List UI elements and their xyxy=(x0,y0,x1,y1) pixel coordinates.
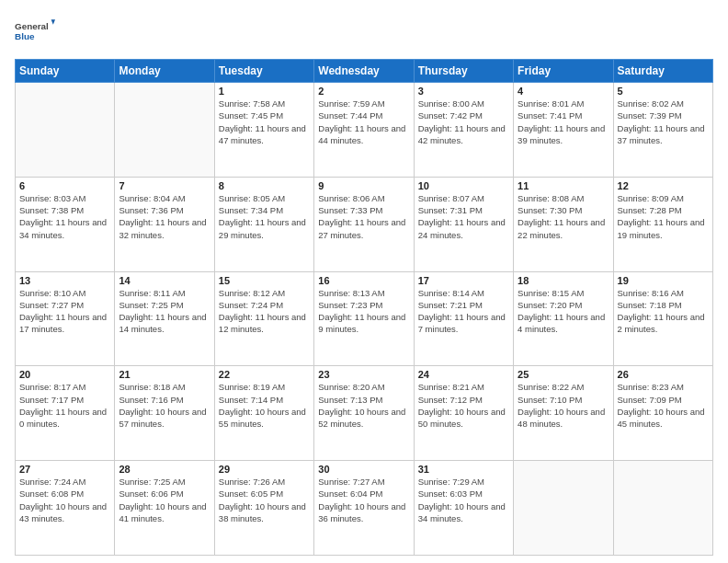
day-info: Sunrise: 8:03 AMSunset: 7:38 PMDaylight:… xyxy=(19,192,110,241)
header: General Blue xyxy=(15,11,713,52)
day-info: Sunrise: 8:22 AMSunset: 7:10 PMDaylight:… xyxy=(518,381,609,430)
day-info: Sunrise: 8:10 AMSunset: 7:27 PMDaylight:… xyxy=(19,287,110,336)
day-info: Sunrise: 8:20 AMSunset: 7:13 PMDaylight:… xyxy=(318,381,409,430)
day-info: Sunrise: 8:04 AMSunset: 7:36 PMDaylight:… xyxy=(119,192,210,241)
day-number: 10 xyxy=(418,180,509,191)
day-header-thursday: Thursday xyxy=(414,60,513,83)
day-number: 1 xyxy=(219,86,310,97)
calendar-cell: 7Sunrise: 8:04 AMSunset: 7:36 PMDaylight… xyxy=(115,177,214,271)
day-number: 12 xyxy=(618,180,709,191)
day-number: 2 xyxy=(318,86,409,97)
day-info: Sunrise: 7:27 AMSunset: 6:04 PMDaylight:… xyxy=(318,476,409,524)
day-number: 18 xyxy=(518,275,609,286)
calendar-cell xyxy=(115,83,214,178)
calendar-cell: 20Sunrise: 8:17 AMSunset: 7:17 PMDayligh… xyxy=(16,366,115,461)
day-info: Sunrise: 8:15 AMSunset: 7:20 PMDaylight:… xyxy=(518,287,609,336)
day-info: Sunrise: 8:11 AMSunset: 7:25 PMDaylight:… xyxy=(119,287,210,336)
calendar-cell: 25Sunrise: 8:22 AMSunset: 7:10 PMDayligh… xyxy=(514,366,613,461)
week-row-1: 6Sunrise: 8:03 AMSunset: 7:38 PMDaylight… xyxy=(16,177,713,271)
day-info: Sunrise: 7:58 AMSunset: 7:45 PMDaylight:… xyxy=(219,98,310,146)
week-row-0: 1Sunrise: 7:58 AMSunset: 7:45 PMDaylight… xyxy=(16,83,713,178)
day-info: Sunrise: 8:17 AMSunset: 7:17 PMDaylight:… xyxy=(19,381,110,430)
day-number: 14 xyxy=(119,275,210,286)
calendar-cell: 5Sunrise: 8:02 AMSunset: 7:39 PMDaylight… xyxy=(613,83,712,178)
calendar-cell: 3Sunrise: 8:00 AMSunset: 7:42 PMDaylight… xyxy=(414,83,513,178)
day-number: 31 xyxy=(418,464,509,475)
svg-marker-2 xyxy=(51,19,55,25)
day-number: 23 xyxy=(318,369,409,380)
day-info: Sunrise: 8:08 AMSunset: 7:30 PMDaylight:… xyxy=(518,192,609,241)
day-info: Sunrise: 7:29 AMSunset: 6:03 PMDaylight:… xyxy=(418,476,509,524)
calendar-cell xyxy=(16,83,115,178)
day-number: 3 xyxy=(418,86,509,97)
day-number: 7 xyxy=(119,180,210,191)
day-number: 25 xyxy=(518,369,609,380)
day-info: Sunrise: 7:26 AMSunset: 6:05 PMDaylight:… xyxy=(219,476,310,524)
day-number: 16 xyxy=(318,275,409,286)
calendar-cell: 23Sunrise: 8:20 AMSunset: 7:13 PMDayligh… xyxy=(314,366,414,461)
day-number: 8 xyxy=(219,180,310,191)
day-info: Sunrise: 8:02 AMSunset: 7:39 PMDaylight:… xyxy=(618,98,709,146)
day-info: Sunrise: 8:19 AMSunset: 7:14 PMDaylight:… xyxy=(219,381,310,430)
day-info: Sunrise: 8:18 AMSunset: 7:16 PMDaylight:… xyxy=(119,381,210,430)
calendar-cell: 31Sunrise: 7:29 AMSunset: 6:03 PMDayligh… xyxy=(414,461,513,556)
day-info: Sunrise: 8:06 AMSunset: 7:33 PMDaylight:… xyxy=(318,192,409,241)
day-number: 13 xyxy=(19,275,110,286)
day-number: 28 xyxy=(119,464,210,475)
logo-svg: General Blue xyxy=(15,11,55,52)
day-header-wednesday: Wednesday xyxy=(314,60,414,83)
week-row-2: 13Sunrise: 8:10 AMSunset: 7:27 PMDayligh… xyxy=(16,271,713,366)
day-info: Sunrise: 8:23 AMSunset: 7:09 PMDaylight:… xyxy=(618,381,709,430)
day-number: 21 xyxy=(119,369,210,380)
calendar-cell: 12Sunrise: 8:09 AMSunset: 7:28 PMDayligh… xyxy=(613,177,712,271)
calendar-cell xyxy=(613,461,712,556)
calendar-cell: 15Sunrise: 8:12 AMSunset: 7:24 PMDayligh… xyxy=(214,271,313,366)
calendar-cell: 10Sunrise: 8:07 AMSunset: 7:31 PMDayligh… xyxy=(414,177,513,271)
calendar-cell: 4Sunrise: 8:01 AMSunset: 7:41 PMDaylight… xyxy=(514,83,613,178)
calendar-cell: 29Sunrise: 7:26 AMSunset: 6:05 PMDayligh… xyxy=(214,461,313,556)
svg-text:Blue: Blue xyxy=(15,31,35,41)
calendar-cell: 24Sunrise: 8:21 AMSunset: 7:12 PMDayligh… xyxy=(414,366,513,461)
calendar-cell: 16Sunrise: 8:13 AMSunset: 7:23 PMDayligh… xyxy=(314,271,414,366)
calendar-cell: 6Sunrise: 8:03 AMSunset: 7:38 PMDaylight… xyxy=(16,177,115,271)
calendar-cell: 11Sunrise: 8:08 AMSunset: 7:30 PMDayligh… xyxy=(514,177,613,271)
day-info: Sunrise: 7:59 AMSunset: 7:44 PMDaylight:… xyxy=(318,98,409,146)
calendar-cell: 2Sunrise: 7:59 AMSunset: 7:44 PMDaylight… xyxy=(314,83,414,178)
day-number: 27 xyxy=(19,464,110,475)
day-info: Sunrise: 8:01 AMSunset: 7:41 PMDaylight:… xyxy=(518,98,609,146)
day-info: Sunrise: 8:16 AMSunset: 7:18 PMDaylight:… xyxy=(618,287,709,336)
day-number: 6 xyxy=(19,180,110,191)
day-number: 22 xyxy=(219,369,310,380)
day-number: 11 xyxy=(518,180,609,191)
week-row-4: 27Sunrise: 7:24 AMSunset: 6:08 PMDayligh… xyxy=(16,461,713,556)
calendar-cell: 30Sunrise: 7:27 AMSunset: 6:04 PMDayligh… xyxy=(314,461,414,556)
day-number: 15 xyxy=(219,275,310,286)
calendar-cell: 26Sunrise: 8:23 AMSunset: 7:09 PMDayligh… xyxy=(613,366,712,461)
logo: General Blue xyxy=(15,11,55,52)
calendar-cell: 19Sunrise: 8:16 AMSunset: 7:18 PMDayligh… xyxy=(613,271,712,366)
day-header-monday: Monday xyxy=(115,60,214,83)
calendar-cell: 14Sunrise: 8:11 AMSunset: 7:25 PMDayligh… xyxy=(115,271,214,366)
day-info: Sunrise: 8:13 AMSunset: 7:23 PMDaylight:… xyxy=(318,287,409,336)
day-number: 30 xyxy=(318,464,409,475)
day-header-saturday: Saturday xyxy=(613,60,712,83)
day-info: Sunrise: 7:24 AMSunset: 6:08 PMDaylight:… xyxy=(19,476,110,524)
calendar-cell: 1Sunrise: 7:58 AMSunset: 7:45 PMDaylight… xyxy=(214,83,313,178)
page: General Blue SundayMondayTuesdayWednesda… xyxy=(0,0,728,563)
calendar-cell: 9Sunrise: 8:06 AMSunset: 7:33 PMDaylight… xyxy=(314,177,414,271)
day-header-friday: Friday xyxy=(514,60,613,83)
day-info: Sunrise: 8:09 AMSunset: 7:28 PMDaylight:… xyxy=(618,192,709,241)
day-number: 9 xyxy=(318,180,409,191)
day-number: 29 xyxy=(219,464,310,475)
calendar-cell: 17Sunrise: 8:14 AMSunset: 7:21 PMDayligh… xyxy=(414,271,513,366)
day-info: Sunrise: 7:25 AMSunset: 6:06 PMDaylight:… xyxy=(119,476,210,524)
calendar-header-row: SundayMondayTuesdayWednesdayThursdayFrid… xyxy=(16,60,713,83)
svg-text:General: General xyxy=(15,21,49,31)
week-row-3: 20Sunrise: 8:17 AMSunset: 7:17 PMDayligh… xyxy=(16,366,713,461)
calendar-cell: 28Sunrise: 7:25 AMSunset: 6:06 PMDayligh… xyxy=(115,461,214,556)
calendar-cell: 8Sunrise: 8:05 AMSunset: 7:34 PMDaylight… xyxy=(214,177,313,271)
calendar-cell: 21Sunrise: 8:18 AMSunset: 7:16 PMDayligh… xyxy=(115,366,214,461)
calendar-cell: 13Sunrise: 8:10 AMSunset: 7:27 PMDayligh… xyxy=(16,271,115,366)
calendar-cell xyxy=(514,461,613,556)
day-info: Sunrise: 8:05 AMSunset: 7:34 PMDaylight:… xyxy=(219,192,310,241)
